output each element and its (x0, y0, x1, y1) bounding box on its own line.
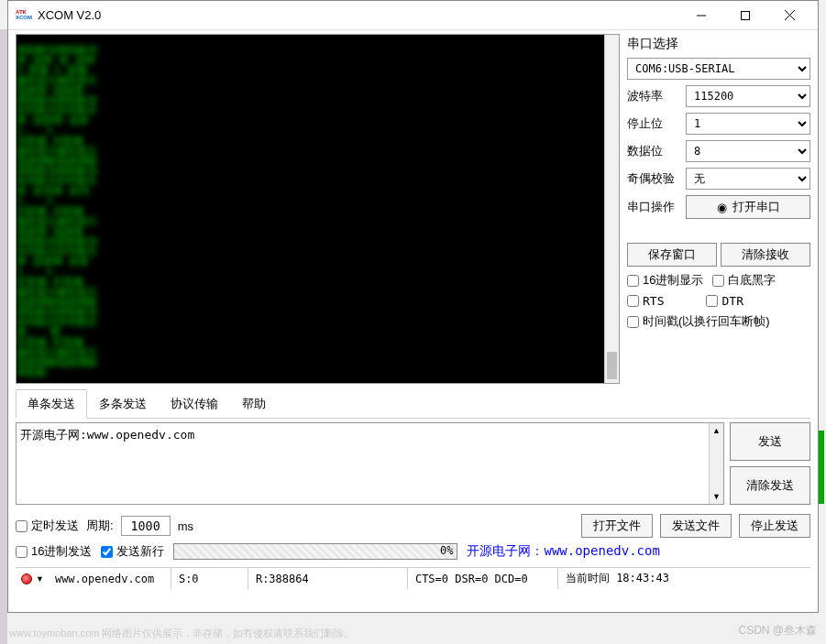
port-op-label: 串口操作 (627, 199, 680, 215)
app-window: ATKXCOM XCOM V2.0 捧勘敞洵捧勘敞洵捧 挞镑 捧 挞镑h 郡缣 … (7, 0, 819, 613)
statusbar: ▼ www.openedv.com S:0 R:388864 CTS=0 DSR… (16, 567, 810, 589)
parity-label: 奇偶校验 (627, 170, 680, 187)
tab-single-send[interactable]: 单条发送 (16, 389, 87, 419)
titlebar: ATKXCOM XCOM V2.0 (8, 1, 818, 30)
period-input[interactable] (121, 516, 171, 536)
stop-send-button[interactable]: 停止发送 (739, 514, 810, 538)
openedv-link[interactable]: 开源电子网：www.openedv.com (467, 543, 659, 560)
watermark: CSDN @叁木森 (738, 623, 817, 639)
status-sent: S:0 (171, 568, 244, 589)
send-tabs: 单条发送 多条发送 协议传输 帮助 (16, 389, 810, 419)
scroll-down-icon[interactable]: ▼ (710, 489, 723, 504)
baud-select[interactable]: 115200 (686, 85, 810, 107)
svg-rect-1 (742, 11, 750, 19)
port-state-icon: ◉ (717, 201, 727, 214)
period-unit: ms (178, 519, 193, 533)
watermark-left: www.toymoban.com 网络图片仅供展示，非存储，如有侵权请联系我们删… (9, 627, 354, 640)
minimize-button[interactable] (680, 2, 722, 29)
tab-multi-send[interactable]: 多条发送 (87, 389, 159, 419)
send-textarea[interactable] (17, 423, 709, 504)
open-file-button[interactable]: 打开文件 (581, 514, 653, 538)
period-label: 周期: (86, 518, 114, 534)
app-icon: ATKXCOM (16, 9, 32, 22)
port-select[interactable]: COM6:USB-SERIAL (627, 58, 810, 80)
hex-display-checkbox[interactable]: 16进制显示 (627, 272, 703, 289)
terminal-output: 捧勘敞洵捧勘敞洵捧 挞镑 捧 挞镑h 郡缣 h 郡缣徽医握乐徽医握乐椯掳搂 椯掳… (17, 35, 619, 384)
scroll-up-icon[interactable]: ▲ (710, 423, 723, 438)
send-newline-checkbox[interactable]: 发送新行 (101, 543, 164, 560)
white-bg-checkbox[interactable]: 白底黑字 (712, 272, 776, 289)
close-button[interactable] (768, 2, 810, 29)
maximize-button[interactable] (724, 2, 766, 29)
rts-checkbox[interactable]: RTS (627, 294, 664, 308)
send-scrollbar[interactable]: ▲ ▼ (709, 423, 723, 504)
timestamp-checkbox[interactable]: 时间戳(以换行回车断帧) (627, 313, 810, 330)
stopbit-select[interactable]: 1 (686, 113, 810, 135)
save-window-button[interactable]: 保存窗口 (627, 243, 717, 267)
dtr-checkbox[interactable]: DTR (706, 294, 743, 308)
databit-select[interactable]: 8 (686, 140, 810, 162)
status-received: R:388864 (248, 568, 403, 589)
tab-help[interactable]: 帮助 (230, 389, 278, 419)
status-dot-icon (21, 573, 32, 584)
receive-terminal[interactable]: 捧勘敞洵捧勘敞洵捧 挞镑 捧 挞镑h 郡缣 h 郡缣徽医握乐徽医握乐椯掳搂 椯掳… (16, 34, 620, 384)
open-port-button[interactable]: ◉ 打开串口 (686, 195, 810, 219)
status-signals: CTS=0 DSR=0 DCD=0 (407, 568, 554, 589)
clear-receive-button[interactable]: 清除接收 (721, 243, 810, 267)
stopbit-label: 停止位 (627, 115, 680, 132)
tab-protocol[interactable]: 协议传输 (159, 389, 230, 419)
status-menu-dropdown[interactable]: ▼ (36, 574, 44, 584)
timed-send-checkbox[interactable]: 定时发送 (16, 518, 79, 534)
databit-label: 数据位 (627, 143, 680, 159)
progress-bar: 0% (173, 543, 457, 560)
send-file-button[interactable]: 发送文件 (660, 514, 732, 538)
terminal-scrollbar[interactable] (604, 35, 619, 383)
baud-label: 波特率 (627, 88, 680, 104)
status-url[interactable]: www.openedv.com (48, 568, 167, 589)
clear-send-button[interactable]: 清除发送 (730, 466, 810, 505)
port-section-label: 串口选择 (627, 36, 810, 52)
hex-send-checkbox[interactable]: 16进制发送 (16, 543, 92, 560)
progress-text: 0% (440, 544, 453, 557)
status-time: 当前时间 18:43:43 (557, 568, 805, 589)
send-button[interactable]: 发送 (730, 422, 810, 461)
window-title: XCOM V2.0 (38, 8, 680, 22)
side-panel: 串口选择 COM6:USB-SERIAL 波特率 115200 停止位 1 数据… (627, 34, 810, 384)
parity-select[interactable]: 无 (686, 168, 810, 190)
